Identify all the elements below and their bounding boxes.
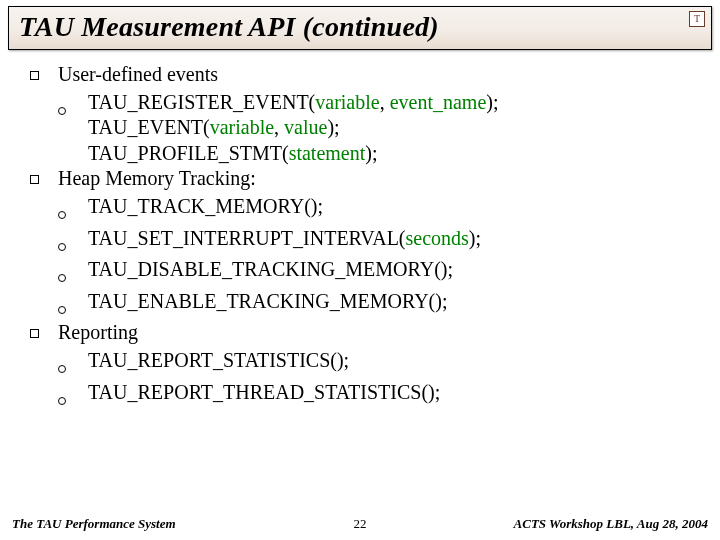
api-text: );	[469, 227, 481, 249]
list-item-text: TAU_SET_INTERRUPT_INTERVAL(seconds);	[88, 226, 690, 252]
section-heading-text: User-defined events	[58, 62, 690, 88]
api-text: );	[486, 91, 498, 113]
api-text: TAU_REPORT_STATISTICS();	[88, 349, 349, 371]
api-parameter: statement	[289, 142, 366, 164]
api-parameter: variable	[210, 116, 274, 138]
circle-bullet-icon	[58, 289, 88, 321]
api-text: TAU_REPORT_THREAD_STATISTICS();	[88, 381, 440, 403]
list-item-text: TAU_REPORT_THREAD_STATISTICS();	[88, 380, 690, 406]
list-item-text: TAU_DISABLE_TRACKING_MEMORY();	[88, 257, 690, 283]
list-item-text: TAU_TRACK_MEMORY();	[88, 194, 690, 220]
api-parameter: seconds	[406, 227, 469, 249]
api-text: TAU_PROFILE_STMT(	[88, 142, 289, 164]
api-text: );	[365, 142, 377, 164]
square-bullet-icon	[30, 166, 58, 187]
api-text: TAU_SET_INTERRUPT_INTERVAL(	[88, 227, 406, 249]
slide-content: User-defined eventsTAU_REGISTER_EVENT(va…	[0, 50, 720, 411]
api-text: TAU_REGISTER_EVENT(	[88, 91, 315, 113]
circle-bullet-icon	[58, 226, 88, 258]
api-text: ,	[380, 91, 390, 113]
api-parameter: value	[284, 116, 327, 138]
footer-left: The TAU Performance System	[12, 516, 176, 532]
square-bullet-icon	[30, 320, 58, 341]
circle-bullet-icon	[58, 257, 88, 289]
api-parameter: variable	[315, 91, 379, 113]
list-item-text: TAU_REGISTER_EVENT(variable, event_name)…	[88, 90, 690, 167]
api-text: TAU_EVENT(	[88, 116, 210, 138]
circle-bullet-icon	[58, 194, 88, 226]
api-text: TAU_DISABLE_TRACKING_MEMORY();	[88, 258, 453, 280]
list-item: TAU_ENABLE_TRACKING_MEMORY();	[58, 289, 690, 321]
list-item: TAU_REPORT_STATISTICS();	[58, 348, 690, 380]
section-heading: User-defined events	[30, 62, 690, 88]
list-item-text: TAU_REPORT_STATISTICS();	[88, 348, 690, 374]
circle-bullet-icon	[58, 90, 88, 122]
circle-bullet-icon	[58, 348, 88, 380]
list-item: TAU_REPORT_THREAD_STATISTICS();	[58, 380, 690, 412]
list-item: TAU_DISABLE_TRACKING_MEMORY();	[58, 257, 690, 289]
api-text: ,	[274, 116, 284, 138]
api-parameter: event_name	[390, 91, 487, 113]
tau-logo-icon: T	[689, 11, 705, 27]
section-heading: Reporting	[30, 320, 690, 346]
api-text: TAU_TRACK_MEMORY();	[88, 195, 323, 217]
footer: The TAU Performance System 22 ACTS Works…	[0, 516, 720, 532]
slide-title: TAU Measurement API (continued)	[19, 11, 439, 42]
section-heading: Heap Memory Tracking:	[30, 166, 690, 192]
section-heading-text: Heap Memory Tracking:	[58, 166, 690, 192]
list-item: TAU_TRACK_MEMORY();	[58, 194, 690, 226]
footer-right: ACTS Workshop LBL, Aug 28, 2004	[514, 516, 708, 532]
list-item: TAU_SET_INTERRUPT_INTERVAL(seconds);	[58, 226, 690, 258]
title-bar: TAU Measurement API (continued) T	[8, 6, 712, 50]
section-heading-text: Reporting	[58, 320, 690, 346]
list-item-text: TAU_ENABLE_TRACKING_MEMORY();	[88, 289, 690, 315]
api-text: );	[327, 116, 339, 138]
circle-bullet-icon	[58, 380, 88, 412]
square-bullet-icon	[30, 62, 58, 83]
list-item: TAU_REGISTER_EVENT(variable, event_name)…	[58, 90, 690, 167]
slide-number: 22	[354, 516, 367, 532]
api-text: TAU_ENABLE_TRACKING_MEMORY();	[88, 290, 448, 312]
